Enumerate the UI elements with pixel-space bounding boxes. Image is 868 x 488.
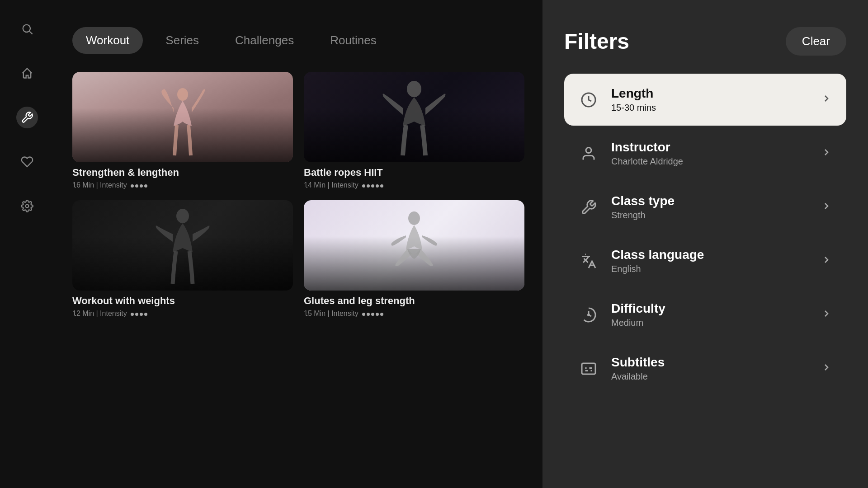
chevron-right-icon [821,147,832,160]
svg-line-1 [29,31,32,34]
person-icon [579,144,599,164]
clear-button[interactable]: Clear [786,27,846,56]
filter-header: Filters Clear [564,27,846,56]
tab-workout[interactable]: Workout [72,27,143,54]
home-icon[interactable] [16,62,38,84]
dumbbell-icon [579,197,599,217]
gauge-icon [579,305,599,325]
filter-length-name: Length [611,86,808,101]
filter-item-length[interactable]: Length 15-30 mins [564,74,846,126]
card-title: Strengthen & lengthen [72,167,293,178]
chevron-right-icon [821,93,832,107]
workout-card[interactable]: Glutes and leg strength 15 Min | Intensi… [304,200,524,318]
card-meta: 14 Min | Intensity [304,181,524,189]
clock-icon [579,90,599,110]
filter-item-subtitles[interactable]: Subtitles Available [564,343,846,394]
svg-point-8 [586,147,591,153]
svg-point-4 [407,81,421,97]
svg-point-2 [26,205,29,208]
chevron-right-icon [821,254,832,268]
sidebar [0,0,54,488]
filter-classtype-name: Class type [611,194,808,208]
filter-panel: Filters Clear Length 15-30 mins [542,0,868,488]
chevron-right-icon [821,201,832,214]
filter-difficulty-value: Medium [611,318,808,328]
main-content: Workout Series Challenges Routines St [54,0,542,488]
workout-card[interactable]: Strengthen & lengthen 16 Min | Intensity [72,72,293,189]
filter-language-value: English [611,264,808,274]
tab-challenges[interactable]: Challenges [222,27,307,54]
filter-classtype-value: Strength [611,210,808,221]
card-meta: 15 Min | Intensity [304,310,524,318]
filter-item-classtype[interactable]: Class type Strength [564,181,846,233]
svg-point-3 [177,88,188,101]
filter-difficulty-name: Difficulty [611,301,808,316]
search-icon[interactable] [16,18,38,40]
filter-instructor-name: Instructor [611,140,808,155]
card-meta: 12 Min | Intensity [72,310,293,318]
tabs-container: Workout Series Challenges Routines [72,27,524,54]
filter-tools-icon[interactable] [16,107,38,128]
card-title: Glutes and leg strength [304,295,524,307]
filter-subtitles-name: Subtitles [611,355,808,370]
svg-point-9 [588,314,590,315]
filter-item-instructor[interactable]: Instructor Charlotte Aldridge [564,127,846,179]
svg-point-5 [176,209,189,223]
filters-title: Filters [564,29,629,54]
workout-card[interactable]: Battle ropes HIIT 14 Min | Intensity [304,72,524,189]
heart-icon[interactable] [16,151,38,173]
subtitles-icon [579,359,599,379]
tab-routines[interactable]: Routines [316,27,390,54]
filter-language-name: Class language [611,248,808,262]
workout-card[interactable]: Workout with weights 12 Min | Intensity [72,200,293,318]
filter-item-language[interactable]: Class language English [564,235,846,287]
filter-instructor-value: Charlotte Aldridge [611,156,808,167]
card-title: Battle ropes HIIT [304,167,524,178]
svg-rect-10 [582,363,595,374]
chevron-right-icon [821,308,832,322]
settings-icon[interactable] [16,195,38,217]
language-icon [579,251,599,271]
chevron-right-icon [821,362,832,375]
filter-item-difficulty[interactable]: Difficulty Medium [564,289,846,341]
card-meta: 16 Min | Intensity [72,181,293,189]
svg-point-6 [408,211,420,225]
filter-length-value: 15-30 mins [611,103,808,113]
svg-point-0 [23,25,30,32]
tab-series[interactable]: Series [152,27,212,54]
filter-subtitles-value: Available [611,371,808,382]
card-title: Workout with weights [72,295,293,307]
workout-grid: Strengthen & lengthen 16 Min | Intensity [72,72,524,318]
